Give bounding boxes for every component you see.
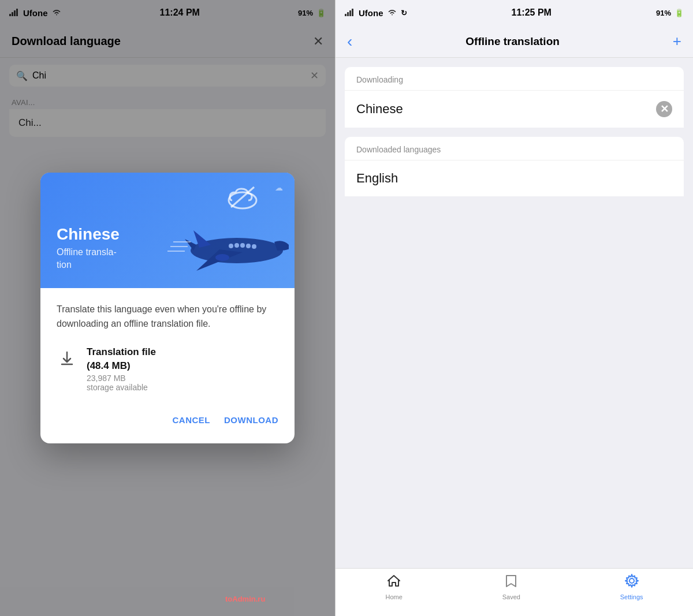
right-content: Downloading Chinese ✕ Downloaded languag… bbox=[336, 58, 693, 568]
bottom-nav: Home Saved Settings bbox=[336, 568, 693, 616]
svg-rect-21 bbox=[352, 9, 353, 16]
modal-header: ☁ bbox=[40, 173, 295, 288]
settings-label: Settings bbox=[620, 593, 643, 600]
saved-icon bbox=[504, 573, 519, 592]
right-signal-icon bbox=[345, 8, 355, 18]
downloading-header: Downloading bbox=[345, 67, 684, 90]
cancel-button[interactable]: CANCEL bbox=[173, 410, 211, 430]
left-panel: Ufone 11:24 PM 91% 🔋 Download language ✕… bbox=[0, 0, 335, 616]
right-battery-pct: 91% bbox=[656, 9, 671, 17]
modal-overlay: ☁ bbox=[0, 0, 335, 616]
downloading-language-item[interactable]: Chinese ✕ bbox=[345, 91, 684, 128]
right-time: 11:25 PM bbox=[512, 8, 552, 18]
saved-label: Saved bbox=[502, 593, 520, 600]
modal-description: Translate this language even when you're… bbox=[57, 302, 278, 331]
downloaded-language-row: English bbox=[345, 160, 684, 196]
modal-language-title: Chinese bbox=[57, 225, 278, 244]
svg-rect-20 bbox=[349, 10, 351, 16]
file-info: Translation file(48.4 MB) 23,987 MBstora… bbox=[57, 345, 278, 393]
right-wifi-icon bbox=[387, 8, 397, 18]
svg-point-22 bbox=[629, 578, 634, 583]
svg-line-5 bbox=[231, 187, 254, 207]
nav-home[interactable]: Home bbox=[385, 573, 402, 600]
back-button[interactable]: ‹ bbox=[347, 32, 352, 51]
remove-chinese-button[interactable]: ✕ bbox=[656, 101, 672, 117]
right-battery-icon: 🔋 bbox=[675, 9, 684, 17]
file-title: Translation file(48.4 MB) bbox=[87, 345, 278, 373]
downloading-section-header: Downloading bbox=[345, 67, 684, 90]
right-status-left: Ufone ↻ bbox=[345, 8, 407, 18]
download-modal: ☁ bbox=[40, 173, 295, 444]
modal-actions: CANCEL DOWNLOAD bbox=[57, 408, 278, 430]
right-status-bar: Ufone ↻ 11:25 PM 91% 🔋 bbox=[336, 0, 693, 25]
add-language-button[interactable]: + bbox=[673, 32, 681, 50]
nav-settings[interactable]: Settings bbox=[620, 573, 643, 600]
right-nav-title: Offline translation bbox=[465, 35, 560, 48]
home-label: Home bbox=[385, 593, 402, 600]
right-panel: Ufone ↻ 11:25 PM 91% 🔋 ‹ Offline transla… bbox=[335, 0, 693, 616]
downloaded-section-header: Downloaded languages bbox=[345, 137, 684, 160]
download-icon bbox=[57, 348, 77, 368]
download-button[interactable]: DOWNLOAD bbox=[224, 410, 278, 430]
home-icon bbox=[386, 573, 401, 592]
right-nav-bar: ‹ Offline translation + bbox=[336, 25, 693, 58]
right-sync-icon: ↻ bbox=[401, 9, 407, 17]
downloaded-language-item[interactable]: English bbox=[345, 160, 684, 196]
right-status-right: 91% 🔋 bbox=[656, 9, 684, 17]
svg-rect-19 bbox=[347, 12, 349, 16]
modal-body: Translate this language even when you're… bbox=[40, 288, 295, 444]
file-details: Translation file(48.4 MB) 23,987 MBstora… bbox=[87, 345, 278, 393]
modal-language-subtitle: Offline transla-tion bbox=[57, 246, 278, 272]
svg-rect-18 bbox=[345, 14, 346, 16]
right-carrier: Ufone bbox=[359, 8, 383, 18]
downloading-language-name: Chinese bbox=[356, 102, 403, 117]
file-storage: 23,987 MBstorage available bbox=[87, 374, 278, 392]
downloading-language-row: Chinese ✕ bbox=[345, 90, 684, 128]
downloaded-language-name: English bbox=[356, 171, 398, 186]
watermark: toAdmin.ru bbox=[225, 595, 265, 603]
settings-icon bbox=[624, 573, 639, 592]
small-cloud-icon: ☁ bbox=[275, 183, 283, 192]
nav-saved[interactable]: Saved bbox=[502, 573, 520, 600]
downloaded-header: Downloaded languages bbox=[345, 137, 684, 160]
